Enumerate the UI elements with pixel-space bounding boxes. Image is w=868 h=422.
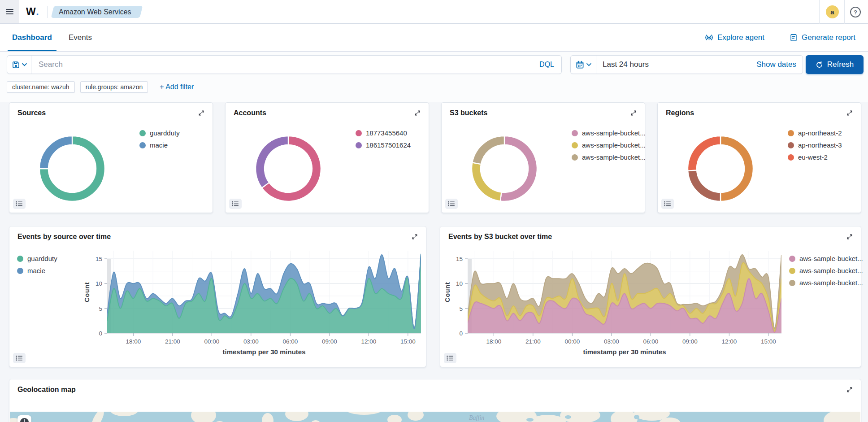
svg-text:06:00: 06:00 bbox=[643, 338, 658, 345]
svg-text:09:00: 09:00 bbox=[322, 338, 337, 345]
map-place-label: Baffin bbox=[469, 414, 484, 422]
legend-label: ap-northeast-3 bbox=[798, 141, 842, 149]
inspect-button[interactable] bbox=[13, 199, 26, 209]
legend-item[interactable]: aws-sample-bucket... bbox=[572, 127, 646, 139]
donut-slice-eu-west-2[interactable] bbox=[688, 136, 720, 171]
calendar-icon bbox=[576, 61, 584, 69]
legend-label: guardduty bbox=[27, 255, 57, 262]
legend-item[interactable]: aws-sample-bucket... bbox=[789, 265, 863, 277]
legend-label: ap-northeast-2 bbox=[798, 129, 842, 137]
save-query-button[interactable] bbox=[7, 56, 31, 74]
breadcrumb[interactable]: Amazon Web Services bbox=[52, 6, 141, 18]
legend-label: eu-west-2 bbox=[798, 153, 828, 161]
query-language-button[interactable]: DQL bbox=[532, 56, 561, 74]
svg-text:Count: Count bbox=[83, 282, 91, 302]
panel-title: Accounts bbox=[234, 109, 266, 117]
svg-text:10: 10 bbox=[95, 280, 102, 287]
svg-text:15:00: 15:00 bbox=[761, 338, 776, 345]
legend-item[interactable]: guardduty bbox=[17, 252, 57, 265]
geolocation-map[interactable]: Baffin bbox=[10, 412, 860, 422]
legend-item[interactable]: aws-sample-bucket... bbox=[572, 151, 646, 163]
expand-icon[interactable] bbox=[628, 107, 639, 119]
svg-text:18:00: 18:00 bbox=[486, 338, 501, 345]
panel-events-by-source: Events by source over time 05101518:0021… bbox=[9, 226, 426, 367]
legend-item[interactable]: aws-sample-bucket... bbox=[572, 139, 646, 151]
legend-label: aws-sample-bucket... bbox=[799, 255, 863, 262]
inspect-button[interactable] bbox=[445, 199, 458, 209]
legend-dot-icon bbox=[139, 130, 146, 136]
inspect-button[interactable] bbox=[229, 199, 242, 209]
donut-slice-aws-sample-bucket...[interactable] bbox=[472, 162, 501, 201]
time-range-value[interactable]: Last 24 hours bbox=[596, 56, 750, 74]
donut-slice-186157501624[interactable] bbox=[256, 136, 288, 188]
calendar-button[interactable] bbox=[571, 56, 596, 74]
donut-slice-macie[interactable] bbox=[39, 136, 72, 169]
svg-text:18:00: 18:00 bbox=[126, 338, 141, 345]
panel-title: Geolocation map bbox=[17, 386, 76, 394]
add-filter-button[interactable]: + Add filter bbox=[157, 83, 196, 91]
panel-regions: Regions ap-northeast-2ap-northeast-3eu-w… bbox=[657, 102, 861, 213]
expand-icon[interactable] bbox=[412, 107, 423, 119]
report-document-icon bbox=[790, 34, 798, 42]
expand-icon[interactable] bbox=[195, 107, 207, 119]
legend-item[interactable]: macie bbox=[17, 265, 57, 277]
menu-icon[interactable] bbox=[0, 0, 19, 23]
panel-accounts: Accounts 18773455640186157501624 bbox=[225, 102, 429, 213]
panel-events-by-s3-bucket: Events by S3 bucket over time 05101518:0… bbox=[440, 226, 861, 367]
panel-sources: Sources guarddutymacie bbox=[9, 102, 213, 213]
legend-item[interactable]: 18773455640 bbox=[356, 127, 411, 139]
legend-dot-icon bbox=[139, 142, 146, 148]
filter-pill-rule-groups[interactable]: rule.groups: amazon bbox=[80, 81, 148, 93]
panel-geolocation-map: Geolocation map bbox=[9, 379, 861, 422]
legend-item[interactable]: ap-northeast-2 bbox=[788, 127, 842, 139]
map-timeslider-icon[interactable] bbox=[17, 415, 31, 422]
legend-label: macie bbox=[27, 267, 45, 274]
legend-label: guardduty bbox=[150, 129, 180, 137]
filter-pill-cluster[interactable]: cluster.name: wazuh bbox=[7, 81, 75, 93]
svg-text:21:00: 21:00 bbox=[165, 338, 180, 345]
show-dates-button[interactable]: Show dates bbox=[750, 56, 803, 74]
legend-item[interactable]: aws-sample-bucket... bbox=[789, 277, 863, 289]
tab-bar: Dashboard Events Explore agent Generate … bbox=[0, 24, 868, 52]
legend-label: aws-sample-bucket... bbox=[582, 153, 646, 161]
legend-dot-icon bbox=[788, 142, 794, 148]
refresh-icon bbox=[816, 61, 823, 69]
header-divider bbox=[48, 6, 48, 18]
legend-item[interactable]: macie bbox=[139, 139, 180, 151]
svg-text:0: 0 bbox=[459, 330, 463, 337]
map-canvas bbox=[10, 412, 860, 422]
tab-dashboard[interactable]: Dashboard bbox=[8, 24, 56, 51]
legend-item[interactable]: eu-west-2 bbox=[788, 151, 842, 163]
explore-agent-button[interactable]: Explore agent bbox=[702, 24, 767, 51]
legend-dot-icon bbox=[788, 154, 794, 161]
legend-item[interactable]: aws-sample-bucket... bbox=[789, 252, 863, 265]
avatar[interactable]: a bbox=[826, 5, 839, 18]
svg-text:00:00: 00:00 bbox=[204, 338, 219, 345]
legend-item[interactable]: guardduty bbox=[139, 127, 180, 139]
inspect-button[interactable] bbox=[444, 353, 456, 363]
svg-text:5: 5 bbox=[459, 305, 463, 312]
svg-text:12:00: 12:00 bbox=[361, 338, 376, 345]
wazuh-logo: W. bbox=[26, 0, 39, 23]
svg-text:06:00: 06:00 bbox=[282, 338, 298, 345]
legend-item[interactable]: 186157501624 bbox=[356, 139, 411, 151]
legend-item[interactable]: ap-northeast-3 bbox=[788, 139, 842, 151]
refresh-button[interactable]: Refresh bbox=[806, 55, 864, 74]
inspect-button[interactable] bbox=[13, 353, 26, 363]
donut-slice-ap-northeast-2[interactable] bbox=[720, 136, 753, 201]
donut-slice-aws-sample-bucket...[interactable] bbox=[500, 136, 537, 201]
svg-text:09:00: 09:00 bbox=[682, 338, 698, 345]
expand-icon[interactable] bbox=[844, 384, 855, 396]
tab-events[interactable]: Events bbox=[64, 24, 96, 51]
generate-report-button[interactable]: Generate report bbox=[787, 24, 858, 51]
donut-slice-aws-sample-bucket...[interactable] bbox=[472, 136, 504, 164]
inspect-button[interactable] bbox=[661, 199, 674, 209]
help-icon[interactable]: ? bbox=[850, 7, 861, 17]
expand-icon[interactable] bbox=[844, 107, 855, 119]
donut-slice-ap-northeast-3[interactable] bbox=[688, 170, 720, 201]
query-bar: DQL Last 24 hours Show dates Refresh clu… bbox=[0, 52, 868, 102]
legend-dot-icon bbox=[572, 154, 578, 161]
search-input[interactable] bbox=[31, 56, 532, 74]
svg-text:15: 15 bbox=[95, 256, 102, 262]
legend-dot-icon bbox=[17, 268, 23, 274]
